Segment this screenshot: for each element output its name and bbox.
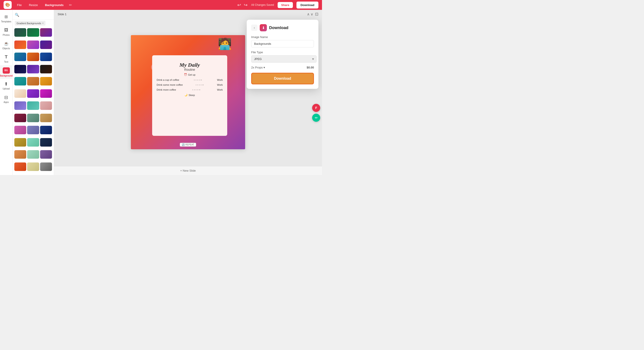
swatch-26[interactable] [27, 126, 39, 134]
image-name-input[interactable] [251, 40, 314, 47]
card-subtitle: Routine [180, 68, 200, 71]
sidebar-item-templates[interactable]: ⊞ Templates [0, 12, 12, 25]
swatch-30[interactable] [40, 138, 52, 147]
active-tag: Gradient Backgrounds × [15, 21, 46, 25]
slide-label: Slide 1 [58, 12, 66, 16]
swatch-19[interactable] [14, 101, 26, 110]
swatch-22[interactable] [14, 114, 26, 122]
sidebar-item-upload[interactable]: ⬆ Upload [0, 79, 12, 92]
sidebar-item-background[interactable]: BG Background [0, 65, 12, 79]
tag-remove-button[interactable]: × [42, 21, 44, 25]
sidebar-item-text[interactable]: T Text [0, 52, 12, 65]
download-back-button[interactable]: ‹ [251, 25, 258, 31]
arrow-icon-2: - - - -→ [196, 83, 204, 86]
swatch-14[interactable] [27, 77, 39, 85]
swatch-25[interactable] [14, 126, 26, 134]
swatch-7[interactable] [14, 53, 26, 61]
card-title-area: My Daily Routine [180, 62, 200, 73]
redo-button[interactable]: ↪ [244, 2, 248, 7]
swatch-12[interactable] [40, 65, 52, 73]
edit-icon[interactable]: ✏ [69, 3, 72, 7]
swatch-10[interactable] [14, 65, 26, 73]
download-panel-header: ‹ ⬇ Download [251, 24, 314, 31]
swatch-20[interactable] [27, 101, 39, 110]
slide-down-button[interactable]: ∨ [310, 12, 313, 16]
arrow-icon-3: - - - -→ [192, 88, 201, 91]
props-label: 2x Props [251, 66, 262, 69]
swatch-33[interactable] [40, 150, 52, 159]
swatch-28[interactable] [14, 138, 26, 147]
props-chevron-icon: ▾ [264, 66, 265, 69]
row3-left: Drink more coffee [157, 88, 176, 91]
swatch-34[interactable] [14, 163, 26, 171]
card-content: My Daily Routine ⏰ Get up Drink a cup of… [152, 55, 227, 136]
swatch-23[interactable] [27, 114, 39, 122]
nav-backgrounds[interactable]: Backgrounds [43, 2, 66, 7]
row1-left: Drink a cup of coffee [157, 79, 179, 81]
swatch-16[interactable] [14, 89, 26, 98]
card-title-line1: My Daily [180, 62, 200, 68]
file-type-section: File Type JPEG PNG PDF SVG ▾ [251, 51, 314, 63]
file-type-select[interactable]: JPEG PNG PDF SVG [251, 55, 316, 63]
slide-nav: ∧ ∨ [307, 12, 313, 16]
sleep-label: Sleep [188, 94, 195, 96]
top-download-button[interactable]: Download [296, 1, 318, 8]
sleep-icon: 🌙 [184, 94, 188, 96]
slide-canvas[interactable]: 🧑‍💻 My Daily Routine ⏰ Get up Drink a cu… [131, 35, 245, 149]
row2-right: Work [217, 83, 223, 86]
annotate-icon: ✏ [315, 116, 318, 120]
nav-resize[interactable]: Resize [27, 2, 40, 7]
swatch-8[interactable] [27, 53, 39, 61]
card-row-2: Drink some more coffee - - - -→ Work [157, 83, 223, 86]
price-label: $0.00 [306, 66, 314, 69]
background-label: Background [0, 75, 13, 77]
swatch-17[interactable] [27, 89, 39, 98]
swatch-15[interactable] [40, 77, 52, 85]
slide-up-button[interactable]: ∧ [307, 12, 310, 16]
nav-file[interactable]: File [15, 2, 24, 7]
download-panel-title: Download [269, 25, 288, 30]
download-button[interactable]: Download [251, 73, 314, 84]
undo-button[interactable]: ↩ [237, 2, 241, 7]
get-up-label: Get up [188, 73, 196, 76]
swatch-5[interactable] [27, 40, 39, 49]
sleep-row: 🌙 Sleep [184, 94, 195, 96]
slide-expand-button[interactable]: ⊡ [315, 12, 318, 16]
swatch-6[interactable] [40, 40, 52, 49]
swatch-4[interactable] [14, 40, 26, 49]
get-up-row: ⏰ Get up [184, 73, 196, 76]
illustration-icon: 🧑‍💻 [218, 37, 232, 50]
swatch-3[interactable] [40, 28, 52, 37]
sidebar-item-photos[interactable]: 🖼 Photos [0, 25, 12, 38]
swatch-32[interactable] [27, 150, 39, 159]
sidebar-item-objects[interactable]: ☕ Objects [0, 38, 12, 52]
photos-icon: 🖼 [4, 27, 9, 33]
row2-left: Drink some more coffee [157, 83, 183, 86]
swatch-27[interactable] [40, 126, 52, 134]
swatch-35[interactable] [27, 163, 39, 171]
sidebar-item-apps[interactable]: ⊟ Apps [0, 92, 12, 106]
file-type-label: File Type [251, 51, 314, 54]
swatch-36[interactable] [40, 163, 52, 171]
swatch-21[interactable] [40, 101, 52, 110]
swatch-31[interactable] [14, 150, 26, 159]
row1-right: Work [217, 79, 223, 81]
font-float-button[interactable]: F [312, 104, 320, 112]
swatch-13[interactable] [14, 77, 26, 85]
card-row-3: Drink more coffee - - - -→ Work [157, 88, 223, 91]
annotate-float-button[interactable]: ✏ [312, 114, 320, 122]
share-button[interactable]: Share [278, 2, 293, 8]
get-up-icon: ⏰ [184, 73, 187, 76]
swatch-24[interactable] [40, 114, 52, 122]
swatch-1[interactable] [14, 28, 26, 37]
search-input[interactable]: Gradient Backgrounds [20, 12, 54, 17]
new-slide-button[interactable]: + New Slide [54, 166, 322, 175]
swatch-29[interactable] [27, 138, 39, 147]
swatch-2[interactable] [27, 28, 39, 37]
text-icon: T [4, 54, 9, 60]
swatch-18[interactable] [40, 89, 52, 98]
swatch-9[interactable] [40, 53, 52, 61]
swatch-11[interactable] [27, 65, 39, 73]
props-button[interactable]: 2x Props ▾ [251, 66, 265, 69]
undo-redo-group: ↩ ↪ [237, 2, 248, 7]
